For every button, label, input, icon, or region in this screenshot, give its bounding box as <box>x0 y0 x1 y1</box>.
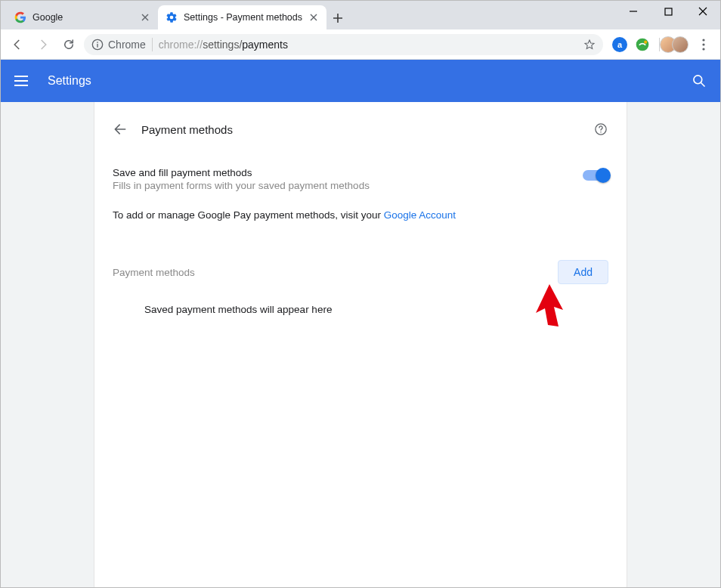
svg-point-5 <box>644 40 647 43</box>
minimize-button[interactable] <box>616 1 651 22</box>
svg-rect-0 <box>665 8 672 15</box>
window-titlebar: Google Settings - Payment methods <box>1 1 720 29</box>
chrome-menu-button[interactable] <box>693 34 714 55</box>
menu-icon[interactable] <box>14 72 32 90</box>
section-header: Payment methods <box>113 122 608 137</box>
site-info-icon[interactable]: Chrome <box>91 39 146 51</box>
address-bar[interactable]: Chrome chrome://settings/payments <box>84 34 603 55</box>
new-tab-button[interactable] <box>326 7 349 29</box>
reload-button[interactable] <box>58 34 79 55</box>
settings-favicon-icon <box>166 11 178 23</box>
payment-methods-empty-state: Saved payment methods will appear here <box>113 304 608 315</box>
divider <box>152 38 153 51</box>
close-window-button[interactable] <box>685 1 720 22</box>
google-pay-note: To add or manage Google Pay payment meth… <box>113 209 608 221</box>
svg-point-8 <box>702 48 704 50</box>
extension-icon-2[interactable] <box>635 37 650 52</box>
svg-point-7 <box>702 43 704 45</box>
section-back-arrow-icon[interactable] <box>113 122 128 137</box>
extension-icons: a <box>608 37 654 52</box>
tab-close-icon[interactable] <box>308 12 319 23</box>
settings-app-header: Settings <box>1 60 720 102</box>
google-account-link[interactable]: Google Account <box>384 209 456 221</box>
payment-methods-label: Payment methods <box>113 267 195 278</box>
tab-strip: Google Settings - Payment methods <box>1 1 349 29</box>
back-button[interactable] <box>7 34 28 55</box>
svg-point-11 <box>600 132 602 133</box>
extension-icon-1[interactable]: a <box>612 37 627 52</box>
profile-avatar[interactable] <box>664 36 689 53</box>
save-fill-subtitle: Fills in payment forms with your saved p… <box>113 180 370 191</box>
google-favicon-icon <box>14 11 26 23</box>
search-icon[interactable] <box>692 73 707 88</box>
payment-methods-subsection-header: Payment methods Add <box>113 260 608 284</box>
svg-point-6 <box>702 39 704 41</box>
svg-point-9 <box>694 76 702 84</box>
tab-google[interactable]: Google <box>7 5 158 29</box>
maximize-button[interactable] <box>651 1 685 22</box>
settings-card: Payment methods Save and fill payment me… <box>94 102 627 588</box>
svg-point-2 <box>97 42 98 43</box>
svg-point-4 <box>636 38 649 51</box>
settings-content-area: Payment methods Save and fill payment me… <box>1 102 720 588</box>
bookmark-star-icon[interactable] <box>583 39 596 51</box>
tab-title: Settings - Payment methods <box>184 12 302 23</box>
forward-button[interactable] <box>32 34 54 55</box>
url-text: chrome://settings/payments <box>159 39 577 51</box>
tab-title: Google <box>32 12 134 23</box>
save-fill-title: Save and fill payment methods <box>113 167 370 178</box>
svg-rect-3 <box>97 44 97 48</box>
save-fill-setting-row: Save and fill payment methods Fills in p… <box>113 167 608 191</box>
save-fill-toggle[interactable] <box>583 170 608 181</box>
help-icon[interactable] <box>593 122 608 137</box>
window-controls <box>616 1 720 22</box>
tab-settings-payments[interactable]: Settings - Payment methods <box>158 5 326 29</box>
site-info-label: Chrome <box>108 39 146 51</box>
add-payment-method-button[interactable]: Add <box>558 260 608 284</box>
section-title: Payment methods <box>141 123 233 136</box>
browser-toolbar: Chrome chrome://settings/payments a <box>1 29 720 60</box>
settings-header-title: Settings <box>48 74 91 88</box>
tab-close-icon[interactable] <box>140 12 150 23</box>
